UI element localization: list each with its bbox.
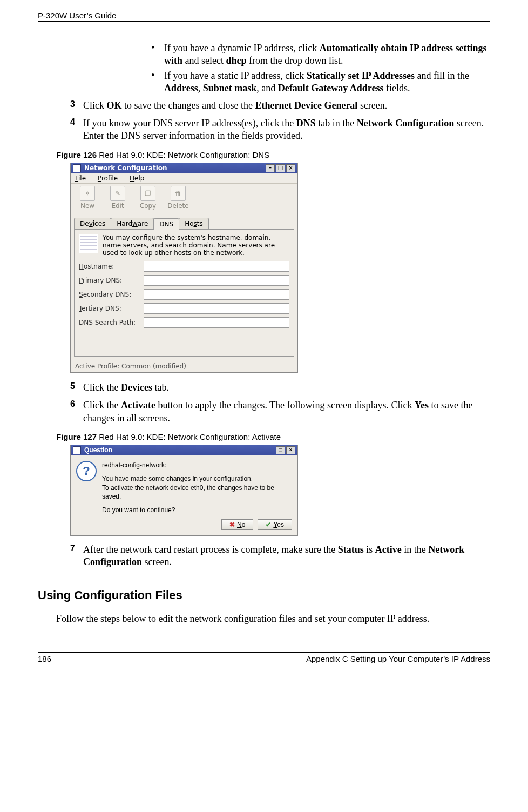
step-number: 3	[70, 99, 83, 112]
bullet-marker: •	[151, 42, 164, 68]
figure-caption: Figure 126 Red Hat 9.0: KDE: Network Con…	[56, 150, 490, 159]
menubar: File Profile Help	[71, 173, 297, 184]
check-icon: ✔	[266, 521, 271, 528]
step-text: Click OK to save the changes and close t…	[83, 99, 490, 112]
x-icon: ✖	[229, 521, 235, 528]
dialog-titlebar[interactable]: Question □ ×	[71, 445, 297, 455]
edit-icon: ✎	[110, 186, 125, 201]
tab-hardware[interactable]: Hardware	[111, 218, 154, 229]
new-icon: ✧	[80, 186, 95, 201]
question-dialog: Question □ × ? redhat-config-network: Yo…	[70, 445, 298, 536]
primary-dns-label: Primary DNS:	[79, 277, 144, 284]
toolbar: ✧New ✎Edit ❐Copy 🗑Delete	[71, 184, 297, 214]
toolbar-new[interactable]: ✧New	[75, 186, 100, 210]
step-number: 7	[70, 543, 83, 569]
status-bar: Active Profile: Common (modified)	[71, 360, 297, 372]
tertiary-dns-label: Tertiary DNS:	[79, 305, 144, 312]
tabs: Devices Hardware DNS Hosts	[71, 214, 297, 229]
window-system-icon[interactable]	[73, 446, 81, 454]
maximize-button[interactable]: □	[276, 446, 285, 454]
tab-pane-dns: You may configure the system's hostname,…	[74, 229, 294, 357]
footer-right: Appendix C Setting up Your Computer’s IP…	[306, 654, 490, 663]
step-text: Click the Devices tab.	[83, 381, 490, 394]
minimize-button[interactable]: –	[266, 164, 275, 172]
menu-help[interactable]: Help	[130, 175, 144, 182]
network-configuration-window: Network Configuration – □ × File Profile…	[70, 163, 298, 373]
bullet-text: If you have a static IP address, click S…	[164, 70, 490, 95]
toolbar-edit[interactable]: ✎Edit	[105, 186, 130, 210]
close-button[interactable]: ×	[286, 446, 295, 454]
close-button[interactable]: ×	[286, 164, 295, 172]
header-left: P-320W User’s Guide	[38, 11, 116, 20]
dialog-message: redhat-config-network: You have made som…	[102, 461, 292, 515]
window-system-icon[interactable]	[73, 164, 81, 172]
hostname-label: Hostname:	[79, 263, 144, 270]
dns-search-path-label: DNS Search Path:	[79, 319, 144, 326]
primary-dns-input[interactable]	[144, 275, 289, 286]
window-title: Network Configuration	[84, 164, 167, 172]
step-text: After the network card restart process i…	[83, 543, 490, 569]
toolbar-copy[interactable]: ❐Copy	[136, 186, 160, 210]
yes-button[interactable]: ✔Yes	[258, 519, 292, 530]
step-text: If you know your DNS server IP address(e…	[83, 117, 490, 143]
section-heading: Using Configuration Files	[38, 588, 490, 602]
secondary-dns-label: Secondary DNS:	[79, 291, 144, 298]
bullet-text: If you have a dynamic IP address, click …	[164, 42, 490, 68]
body-paragraph: Follow the steps below to edit the netwo…	[56, 612, 490, 625]
menu-profile[interactable]: Profile	[98, 175, 118, 182]
step-number: 5	[70, 381, 83, 394]
step-number: 4	[70, 117, 83, 143]
step-number: 6	[70, 399, 83, 425]
maximize-button[interactable]: □	[276, 164, 285, 172]
toolbar-delete[interactable]: 🗑Delete	[166, 186, 191, 210]
figure-caption: Figure 127 Red Hat 9.0: KDE: Network Con…	[56, 432, 490, 441]
secondary-dns-input[interactable]	[144, 289, 289, 300]
tab-hosts[interactable]: Hosts	[179, 218, 209, 229]
dns-description: You may configure the system's hostname,…	[103, 234, 289, 257]
tertiary-dns-input[interactable]	[144, 303, 289, 314]
page-footer: 186 Appendix C Setting up Your Computer’…	[38, 652, 490, 663]
page-number: 186	[38, 654, 51, 663]
tab-devices[interactable]: Devices	[74, 218, 111, 229]
dns-servers-icon	[79, 234, 98, 253]
menu-file[interactable]: File	[75, 175, 86, 182]
dns-search-path-input[interactable]	[144, 317, 289, 328]
dialog-title: Question	[84, 446, 112, 454]
no-button[interactable]: ✖No	[221, 519, 253, 530]
hostname-input[interactable]	[144, 261, 289, 272]
page-header: P-320W User’s Guide	[38, 11, 490, 22]
tab-dns[interactable]: DNS	[153, 218, 179, 230]
bullet-marker: •	[151, 70, 164, 95]
copy-icon: ❐	[140, 186, 155, 201]
step-text: Click the Activate button to apply the c…	[83, 399, 490, 425]
question-icon: ?	[76, 461, 97, 481]
window-titlebar[interactable]: Network Configuration – □ ×	[71, 163, 297, 173]
delete-icon: 🗑	[171, 186, 186, 201]
